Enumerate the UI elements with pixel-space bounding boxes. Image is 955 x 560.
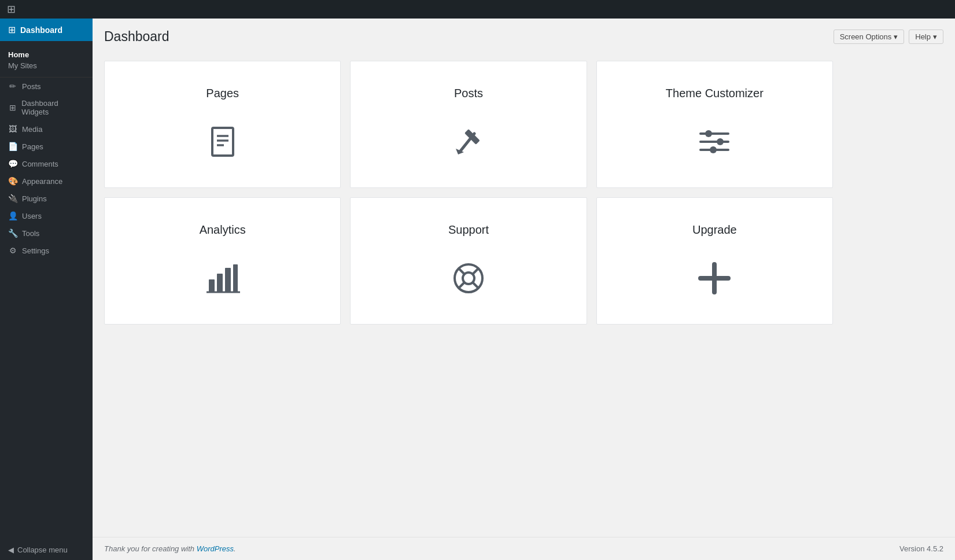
sidebar-home-section: Home My Sites [0,41,93,78]
svg-rect-16 [233,264,238,292]
page-header: Dashboard Screen Options ▾ Help ▾ [93,19,955,49]
card-label-pages: Pages [206,87,239,100]
card-label-posts: Posts [454,87,483,100]
screen-options-label: Screen Options [840,32,892,41]
sidebar-item-users[interactable]: 👤Users [0,207,93,224]
dashboard-content: Pages Posts Theme Customizer Analytics [93,49,955,537]
sidebar-item-label-media: Media [22,125,42,134]
sidebar-item-label-pages: Pages [22,142,43,151]
svg-rect-0 [212,128,233,156]
card-label-analytics: Analytics [200,223,246,237]
sidebar: ⊞ Dashboard Home My Sites ✏Posts⊞Dashboa… [0,19,93,560]
sidebar-item-label-settings: Settings [22,246,49,255]
sidebar-item-dashboard[interactable]: ⊞ Dashboard [0,19,93,41]
sidebar-item-pages[interactable]: 📄Pages [0,138,93,155]
card-icon-posts [450,123,487,163]
svg-rect-13 [209,279,215,292]
sidebar-item-label-users: Users [22,212,42,220]
page-title: Dashboard [104,24,169,49]
sidebar-item-plugins[interactable]: 🔌Plugins [0,190,93,207]
help-chevron-icon: ▾ [933,32,937,41]
svg-rect-15 [225,268,231,292]
card-icon-pages [204,123,241,163]
sidebar-item-appearance[interactable]: 🎨Appearance [0,172,93,190]
users-icon: 👤 [8,211,17,220]
screen-options-button[interactable]: Screen Options ▾ [834,30,905,44]
footer-wp-link[interactable]: WordPress [197,544,234,553]
dashboard-card-upgrade[interactable]: Upgrade [596,197,833,325]
card-label-support: Support [448,223,489,237]
svg-point-19 [463,272,474,284]
sidebar-item-label-comments: Comments [22,160,58,168]
sidebar-item-mysites[interactable]: My Sites [0,60,93,75]
svg-rect-14 [217,274,223,292]
sidebar-item-tools[interactable]: 🔧Tools [0,224,93,242]
footer-version: Version 4.5.2 [899,544,943,553]
screen-options-chevron-icon: ▾ [894,32,898,41]
footer-thank-you: Thank you for creating with [104,544,197,553]
dashboard-card-support[interactable]: Support [350,197,587,325]
dashboard-icon: ⊞ [8,24,16,35]
svg-line-23 [473,283,479,289]
sidebar-item-comments[interactable]: 💬Comments [0,155,93,172]
appearance-icon: 🎨 [8,176,17,186]
svg-line-20 [458,268,464,274]
svg-line-6 [460,134,474,151]
card-label-upgrade: Upgrade [692,223,737,237]
dashboard-widgets-icon: ⊞ [8,103,17,112]
card-icon-theme-customizer [696,123,733,163]
header-actions: Screen Options ▾ Help ▾ [834,30,943,44]
settings-icon: ⚙ [8,246,17,255]
card-icon-analytics [204,260,241,299]
main-content: Dashboard Screen Options ▾ Help ▾ Pages [93,19,955,560]
svg-point-12 [710,146,717,153]
dashboard-card-posts[interactable]: Posts [350,61,587,188]
card-icon-upgrade [696,260,733,299]
tools-icon: 🔧 [8,229,17,238]
svg-line-21 [473,268,479,274]
sidebar-item-home[interactable]: Home [0,46,93,60]
sidebar-item-label-appearance: Appearance [22,177,62,186]
footer-text: Thank you for creating with WordPress. [104,544,236,553]
sidebar-item-label-posts: Posts [22,82,41,91]
media-icon: 🖼 [8,124,17,134]
footer-period: . [234,544,236,553]
pages-icon: 📄 [8,142,17,151]
posts-icon: ✏ [8,82,17,91]
dashboard-grid: Pages Posts Theme Customizer Analytics [104,61,833,325]
dashboard-card-pages[interactable]: Pages [104,61,341,188]
plugins-icon: 🔌 [8,194,17,203]
help-button[interactable]: Help ▾ [909,30,943,44]
comments-icon: 💬 [8,159,17,168]
sidebar-item-label-tools: Tools [22,229,39,238]
top-bar: ⊞ [0,0,955,19]
sidebar-item-label-plugins: Plugins [22,194,47,203]
sidebar-menu: ✏Posts⊞Dashboard Widgets🖼Media📄Pages💬Com… [0,78,93,259]
sidebar-collapse-button[interactable]: ◀ Collapse menu [0,540,93,560]
sidebar-item-settings[interactable]: ⚙Settings [0,242,93,259]
svg-point-8 [705,130,712,137]
sidebar-item-label-dashboard-widgets: Dashboard Widgets [21,99,84,116]
wp-logo-icon: ⊞ [7,3,16,16]
sidebar-item-posts[interactable]: ✏Posts [0,78,93,95]
collapse-icon: ◀ [8,546,14,554]
sidebar-item-media[interactable]: 🖼Media [0,120,93,138]
svg-line-22 [458,283,464,289]
dashboard-card-analytics[interactable]: Analytics [104,197,341,325]
card-label-theme-customizer: Theme Customizer [666,87,764,100]
sidebar-collapse-label: Collapse menu [17,546,68,554]
card-icon-support [450,260,487,299]
sidebar-dashboard-label: Dashboard [20,25,62,35]
help-label: Help [915,32,931,41]
svg-point-10 [717,138,724,145]
page-footer: Thank you for creating with WordPress. V… [93,537,955,560]
sidebar-item-dashboard-widgets[interactable]: ⊞Dashboard Widgets [0,95,93,120]
dashboard-card-theme-customizer[interactable]: Theme Customizer [596,61,833,188]
